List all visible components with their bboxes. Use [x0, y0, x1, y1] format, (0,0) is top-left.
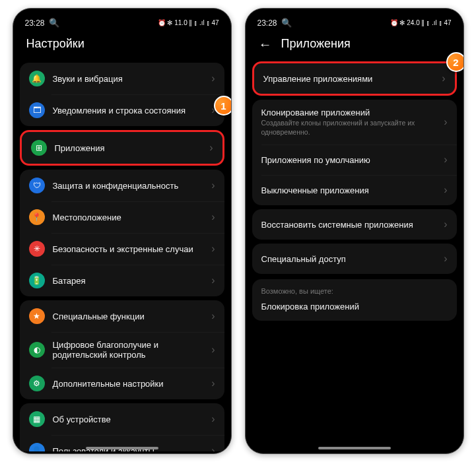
row-label: Приложения по умолчанию [261, 155, 436, 165]
row-label: Об устройстве [53, 414, 204, 424]
suggest-option[interactable]: Блокировка приложений [261, 302, 448, 312]
suggest-hint: Возможно, вы ищете: [261, 287, 448, 295]
chevron-right-icon: › [211, 378, 215, 389]
apps-title: Приложения [281, 37, 351, 51]
apps-icon: ⊞ [31, 140, 47, 156]
page-title: Настройки [20, 30, 224, 59]
row-label: Восстановить системные приложения [261, 220, 436, 230]
row-label: Защита и конфиденциальность [53, 181, 204, 191]
chevron-right-icon: › [211, 243, 215, 255]
chevron-right-icon: › [211, 344, 215, 356]
status-indicators: ⏰ ✻ 24.0 ‖ ⫿ .ıl ⫿ 47 [390, 19, 452, 26]
search-icon[interactable]: 🔍 [49, 18, 59, 28]
row-label: Батарея [53, 276, 204, 286]
status-bar: 23:28 🔍 ⏰ ✻ 24.0 ‖ ⫿ .ıl ⫿ 47 [252, 14, 457, 30]
row-label: Цифровое благополучие и родительский кон… [53, 340, 204, 360]
settings-row[interactable]: 📍Местоположение› [20, 201, 224, 233]
chevron-right-icon: › [211, 413, 215, 425]
settings-row[interactable]: 🗔Уведомления и строка состояния› [20, 94, 224, 126]
status-time: 23:28 [257, 18, 277, 28]
suggest-box: Возможно, вы ищете:Блокировка приложений [252, 279, 457, 321]
apps-group: Клонирование приложенийСоздавайте клоны … [252, 100, 457, 205]
apps-group: Управление приложениями› [252, 61, 457, 96]
row-label: Безопасность и экстренные случаи [53, 244, 204, 254]
apps-group: Восстановить системные приложения› [252, 209, 457, 240]
apps-row[interactable]: Клонирование приложенийСоздавайте клоны … [252, 100, 457, 145]
nav-bar[interactable] [86, 447, 158, 449]
status-bar: 23:28 🔍 ⏰ ✻ 11.0 ‖ ⫿ .ıl ⫿ 47 [20, 14, 224, 30]
chevron-right-icon: › [211, 211, 215, 223]
settings-group: ★Специальные функции›◐Цифровое благополу… [20, 300, 224, 399]
row-label: Местоположение [53, 213, 204, 222]
back-icon[interactable]: ← [259, 38, 272, 51]
bell-icon: 🔔 [29, 71, 45, 86]
chevron-right-icon: › [442, 73, 445, 84]
chevron-right-icon: › [444, 116, 447, 128]
settings-row[interactable]: ▦Об устройстве› [20, 403, 224, 435]
settings-row[interactable]: ★Специальные функции› [20, 300, 224, 332]
notifications-icon: 🗔 [29, 102, 45, 118]
apps-group: Специальный доступ› [252, 244, 457, 274]
settings-list[interactable]: 🔔Звуки и вибрация›🗔Уведомления и строка … [20, 59, 224, 451]
settings-group: 🛡Защита и конфиденциальность›📍Местополож… [20, 170, 224, 296]
security-icon: ✳ [29, 241, 45, 257]
row-label: Выключенные приложения [261, 185, 436, 195]
wellbeing-icon: ◐ [29, 342, 45, 358]
row-label: Звуки и вибрация [53, 74, 204, 84]
apps-row[interactable]: Специальный доступ› [252, 244, 457, 274]
location-icon: 📍 [29, 209, 45, 225]
phone-settings: 23:28 🔍 ⏰ ✻ 11.0 ‖ ⫿ .ıl ⫿ 47 Настройки … [13, 8, 232, 454]
apps-row[interactable]: Выключенные приложения› [252, 175, 457, 205]
chevron-right-icon: › [444, 154, 447, 166]
chevron-right-icon: › [444, 218, 447, 230]
row-label: Приложения [55, 143, 202, 153]
settings-row[interactable]: ✳Безопасность и экстренные случаи› [20, 233, 224, 265]
chevron-right-icon: › [211, 275, 215, 286]
special-icon: ★ [29, 308, 45, 324]
row-label: Дополнительные настройки [53, 379, 204, 389]
chevron-right-icon: › [211, 180, 215, 191]
status-time: 23:28 [25, 18, 45, 28]
chevron-right-icon: › [444, 184, 447, 196]
row-label: Клонирование приложений [261, 108, 436, 117]
phone-apps: 23:28 🔍 ⏰ ✻ 24.0 ‖ ⫿ .ıl ⫿ 47 ← Приложен… [245, 8, 464, 454]
users-icon: 👤 [29, 443, 45, 451]
chevron-right-icon: › [211, 445, 215, 451]
settings-row[interactable]: ⚙Дополнительные настройки› [20, 368, 224, 399]
row-label: Специальные функции [53, 312, 204, 321]
settings-row[interactable]: 🛡Защита и конфиденциальность› [20, 170, 224, 201]
callout-badge-1: 1 [214, 96, 232, 116]
row-subtitle: Создавайте клоны приложений и запускайте… [261, 119, 436, 137]
settings-row[interactable]: 🔔Звуки и вибрация› [20, 63, 224, 94]
chevron-right-icon: › [209, 142, 213, 154]
apps-row[interactable]: Управление приложениями› [254, 63, 455, 94]
apps-header: ← Приложения [252, 30, 457, 59]
settings-title: Настройки [26, 37, 85, 51]
apps-list[interactable]: Управление приложениями›Клонирование при… [252, 59, 457, 451]
settings-row[interactable]: ⊞Приложения› [22, 132, 222, 164]
settings-group: 🔔Звуки и вибрация›🗔Уведомления и строка … [20, 63, 224, 126]
status-indicators: ⏰ ✻ 11.0 ‖ ⫿ .ıl ⫿ 47 [158, 19, 219, 26]
battery-icon: 🔋 [29, 273, 45, 288]
search-icon[interactable]: 🔍 [281, 18, 292, 28]
settings-row[interactable]: 🔋Батарея› [20, 265, 224, 296]
row-label: Управление приложениями [263, 74, 434, 84]
nav-bar[interactable] [318, 447, 391, 449]
callout-badge-2: 2 [446, 52, 464, 72]
row-label: Уведомления и строка состояния [53, 106, 204, 116]
apps-row[interactable]: Восстановить системные приложения› [252, 209, 457, 240]
chevron-right-icon: › [211, 73, 215, 84]
chevron-right-icon: › [444, 253, 447, 265]
shield-icon: 🛡 [29, 178, 45, 193]
settings-group: ⊞Приложения› [20, 130, 224, 166]
extra-icon: ⚙ [29, 376, 45, 391]
row-label: Специальный доступ [261, 254, 436, 264]
chevron-right-icon: › [211, 310, 215, 322]
settings-row[interactable]: ◐Цифровое благополучие и родительский ко… [20, 332, 224, 368]
settings-group: ▦Об устройстве›👤Пользователи и аккаунты›… [20, 403, 224, 451]
about-icon: ▦ [29, 411, 45, 427]
apps-row[interactable]: Приложения по умолчанию› [252, 145, 457, 175]
